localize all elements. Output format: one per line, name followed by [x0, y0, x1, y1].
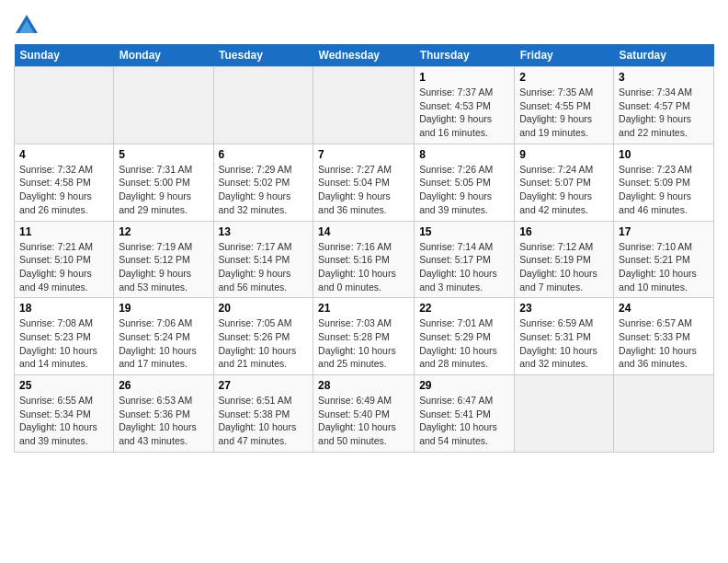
day-number: 10	[619, 148, 709, 161]
day-number: 24	[619, 302, 709, 315]
calendar-cell: 27Sunrise: 6:51 AM Sunset: 5:38 PM Dayli…	[213, 375, 313, 453]
day-detail: Sunrise: 7:31 AM Sunset: 5:00 PM Dayligh…	[119, 163, 208, 217]
day-detail: Sunrise: 7:17 AM Sunset: 5:14 PM Dayligh…	[219, 240, 309, 294]
day-number: 17	[619, 225, 709, 238]
day-detail: Sunrise: 7:14 AM Sunset: 5:17 PM Dayligh…	[419, 240, 509, 294]
day-detail: Sunrise: 6:49 AM Sunset: 5:40 PM Dayligh…	[318, 394, 409, 448]
day-detail: Sunrise: 7:10 AM Sunset: 5:21 PM Dayligh…	[619, 240, 709, 294]
calendar-table: SundayMondayTuesdayWednesdayThursdayFrid…	[14, 44, 714, 453]
logo-icon	[14, 13, 40, 39]
day-number: 13	[219, 225, 309, 238]
day-detail: Sunrise: 7:08 AM Sunset: 5:23 PM Dayligh…	[19, 316, 108, 371]
week-row-4: 25Sunrise: 6:55 AM Sunset: 5:34 PM Dayli…	[15, 375, 714, 453]
header-area	[14, 9, 714, 39]
calendar-cell	[313, 67, 415, 144]
day-number: 27	[219, 379, 309, 392]
week-row-1: 4Sunrise: 7:32 AM Sunset: 4:58 PM Daylig…	[15, 144, 714, 221]
week-row-0: 1Sunrise: 7:37 AM Sunset: 4:53 PM Daylig…	[15, 67, 714, 144]
day-detail: Sunrise: 7:05 AM Sunset: 5:26 PM Dayligh…	[219, 316, 309, 371]
day-detail: Sunrise: 6:51 AM Sunset: 5:38 PM Dayligh…	[219, 394, 309, 448]
day-number: 19	[119, 302, 208, 315]
day-number: 26	[119, 379, 208, 392]
calendar-cell: 5Sunrise: 7:31 AM Sunset: 5:00 PM Daylig…	[114, 144, 213, 221]
calendar-cell	[515, 375, 614, 453]
day-number: 14	[318, 225, 409, 238]
day-number: 8	[419, 148, 509, 161]
day-number: 21	[318, 302, 409, 315]
day-number: 28	[318, 379, 409, 392]
day-number: 12	[119, 225, 208, 238]
day-detail: Sunrise: 7:01 AM Sunset: 5:29 PM Dayligh…	[419, 316, 509, 371]
day-number: 16	[519, 225, 609, 238]
calendar-cell: 12Sunrise: 7:19 AM Sunset: 5:12 PM Dayli…	[114, 221, 213, 298]
calendar-cell: 16Sunrise: 7:12 AM Sunset: 5:19 PM Dayli…	[515, 221, 614, 298]
day-number: 9	[519, 148, 609, 161]
day-number: 15	[419, 225, 509, 238]
day-number: 23	[519, 302, 609, 315]
calendar-cell: 18Sunrise: 7:08 AM Sunset: 5:23 PM Dayli…	[15, 298, 114, 375]
calendar-cell: 10Sunrise: 7:23 AM Sunset: 5:09 PM Dayli…	[614, 144, 714, 221]
calendar-cell: 26Sunrise: 6:53 AM Sunset: 5:36 PM Dayli…	[114, 375, 213, 453]
day-detail: Sunrise: 7:23 AM Sunset: 5:09 PM Dayligh…	[619, 163, 709, 217]
day-number: 29	[419, 379, 509, 392]
calendar-cell: 9Sunrise: 7:24 AM Sunset: 5:07 PM Daylig…	[515, 144, 614, 221]
calendar-cell: 1Sunrise: 7:37 AM Sunset: 4:53 PM Daylig…	[415, 67, 515, 144]
calendar-cell: 21Sunrise: 7:03 AM Sunset: 5:28 PM Dayli…	[313, 298, 415, 375]
day-detail: Sunrise: 7:32 AM Sunset: 4:58 PM Dayligh…	[19, 163, 108, 217]
weekday-header-sunday: Sunday	[15, 44, 114, 67]
calendar-cell	[15, 67, 114, 144]
day-detail: Sunrise: 7:21 AM Sunset: 5:10 PM Dayligh…	[19, 240, 108, 294]
day-number: 2	[519, 71, 609, 84]
day-number: 11	[19, 225, 108, 238]
day-detail: Sunrise: 7:06 AM Sunset: 5:24 PM Dayligh…	[119, 316, 208, 371]
calendar-cell: 29Sunrise: 6:47 AM Sunset: 5:41 PM Dayli…	[415, 375, 515, 453]
week-row-2: 11Sunrise: 7:21 AM Sunset: 5:10 PM Dayli…	[15, 221, 714, 298]
weekday-header-monday: Monday	[114, 44, 213, 67]
day-detail: Sunrise: 7:26 AM Sunset: 5:05 PM Dayligh…	[419, 163, 509, 217]
day-number: 7	[318, 148, 409, 161]
calendar-header: SundayMondayTuesdayWednesdayThursdayFrid…	[15, 44, 714, 67]
day-number: 18	[19, 302, 108, 315]
day-detail: Sunrise: 7:27 AM Sunset: 5:04 PM Dayligh…	[318, 163, 409, 217]
calendar-cell: 2Sunrise: 7:35 AM Sunset: 4:55 PM Daylig…	[515, 67, 614, 144]
calendar-cell: 14Sunrise: 7:16 AM Sunset: 5:16 PM Dayli…	[313, 221, 415, 298]
day-detail: Sunrise: 6:59 AM Sunset: 5:31 PM Dayligh…	[519, 316, 609, 371]
day-detail: Sunrise: 7:03 AM Sunset: 5:28 PM Dayligh…	[318, 316, 409, 371]
day-detail: Sunrise: 6:53 AM Sunset: 5:36 PM Dayligh…	[119, 394, 208, 448]
calendar-cell	[614, 375, 714, 453]
calendar-cell: 4Sunrise: 7:32 AM Sunset: 4:58 PM Daylig…	[15, 144, 114, 221]
day-number: 6	[219, 148, 309, 161]
day-number: 1	[419, 71, 509, 84]
day-detail: Sunrise: 7:37 AM Sunset: 4:53 PM Dayligh…	[419, 86, 509, 140]
day-number: 20	[219, 302, 309, 315]
calendar-cell: 22Sunrise: 7:01 AM Sunset: 5:29 PM Dayli…	[415, 298, 515, 375]
day-detail: Sunrise: 7:16 AM Sunset: 5:16 PM Dayligh…	[318, 240, 409, 294]
day-number: 5	[119, 148, 208, 161]
day-detail: Sunrise: 6:55 AM Sunset: 5:34 PM Dayligh…	[19, 394, 108, 448]
page: SundayMondayTuesdayWednesdayThursdayFrid…	[0, 0, 728, 563]
weekday-row: SundayMondayTuesdayWednesdayThursdayFrid…	[15, 44, 714, 67]
day-detail: Sunrise: 7:24 AM Sunset: 5:07 PM Dayligh…	[519, 163, 609, 217]
calendar-cell: 24Sunrise: 6:57 AM Sunset: 5:33 PM Dayli…	[614, 298, 714, 375]
calendar-cell: 7Sunrise: 7:27 AM Sunset: 5:04 PM Daylig…	[313, 144, 415, 221]
weekday-header-tuesday: Tuesday	[213, 44, 313, 67]
day-number: 25	[19, 379, 108, 392]
calendar-body: 1Sunrise: 7:37 AM Sunset: 4:53 PM Daylig…	[15, 67, 714, 453]
day-detail: Sunrise: 7:12 AM Sunset: 5:19 PM Dayligh…	[519, 240, 609, 294]
weekday-header-thursday: Thursday	[415, 44, 515, 67]
weekday-header-wednesday: Wednesday	[313, 44, 415, 67]
week-row-3: 18Sunrise: 7:08 AM Sunset: 5:23 PM Dayli…	[15, 298, 714, 375]
calendar-cell: 15Sunrise: 7:14 AM Sunset: 5:17 PM Dayli…	[415, 221, 515, 298]
day-detail: Sunrise: 7:29 AM Sunset: 5:02 PM Dayligh…	[219, 163, 309, 217]
calendar-cell: 19Sunrise: 7:06 AM Sunset: 5:24 PM Dayli…	[114, 298, 213, 375]
calendar-cell: 17Sunrise: 7:10 AM Sunset: 5:21 PM Dayli…	[614, 221, 714, 298]
calendar-cell	[114, 67, 213, 144]
day-number: 22	[419, 302, 509, 315]
logo	[14, 13, 43, 39]
day-detail: Sunrise: 6:57 AM Sunset: 5:33 PM Dayligh…	[619, 316, 709, 371]
calendar-cell: 8Sunrise: 7:26 AM Sunset: 5:05 PM Daylig…	[415, 144, 515, 221]
day-number: 3	[619, 71, 709, 84]
day-detail: Sunrise: 7:35 AM Sunset: 4:55 PM Dayligh…	[519, 86, 609, 140]
calendar-cell: 3Sunrise: 7:34 AM Sunset: 4:57 PM Daylig…	[614, 67, 714, 144]
calendar-cell: 25Sunrise: 6:55 AM Sunset: 5:34 PM Dayli…	[15, 375, 114, 453]
